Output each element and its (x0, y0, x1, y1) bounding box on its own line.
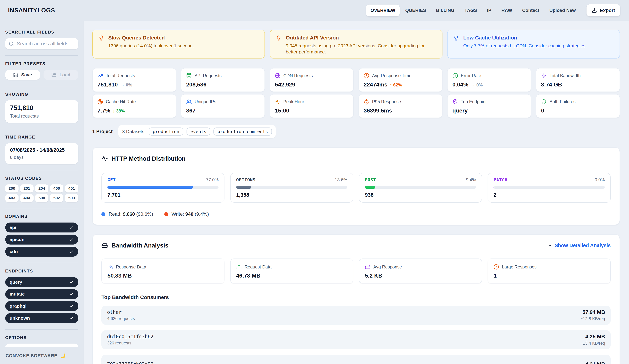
alert-message: 1396 queries (14.0%) took over 1 second. (108, 43, 194, 49)
consumer-size: 4.25 MB (580, 334, 605, 340)
showing-caption: Total requests (10, 113, 73, 119)
domains-section: DOMAINS api apicdn cdn (5, 208, 78, 263)
load-preset-button[interactable]: Load (43, 70, 78, 80)
endpoint-filter-unknown[interactable]: unknown (5, 313, 78, 323)
tab-raw[interactable]: RAW (497, 4, 517, 16)
domain-filter-cdn[interactable]: cdn (5, 247, 78, 257)
method-progress-fill (107, 186, 193, 189)
status-code-404[interactable]: 404 (20, 194, 33, 202)
dataset-chip-events: events (186, 127, 210, 136)
status-code-401[interactable]: 401 (65, 184, 78, 192)
tab-overview[interactable]: OVERVIEW (366, 4, 400, 16)
status-code-503[interactable]: 503 (65, 194, 78, 202)
target-icon (97, 99, 103, 105)
read-write-legend: Read: 9,060 (90.6%) Write: 940 (9.4%) (101, 211, 611, 217)
alert-low-cache: Low Cache Utilization Only 7.7% of reque… (447, 30, 620, 59)
stat-label: Top Endpoint (461, 99, 486, 104)
endpoint-filter-query[interactable]: query (5, 277, 78, 287)
stat-top-endpoint: Top Endpoint query (447, 94, 531, 118)
method-count: 1,358 (236, 192, 347, 198)
bandwidth-panel: Bandwidth Analysis Show Detailed Analysi… (92, 234, 620, 364)
consumers-title: Top Bandwidth Consumers (101, 294, 611, 300)
stat-value: 751,810 (97, 81, 118, 88)
alert-message: 9,045 requests using pre-2023 API versio… (286, 43, 436, 55)
show-detailed-analysis-link[interactable]: Show Detailed Analysis (547, 243, 611, 248)
time-range-caption: 8 days (10, 155, 73, 160)
tab-tags[interactable]: TAGS (460, 4, 481, 16)
stat-delta: → 0% (120, 83, 132, 88)
check-icon (69, 249, 74, 254)
project-count: 1 Project (92, 129, 113, 134)
stat-unique-ips: Unique IPs 867 (181, 94, 265, 118)
method-percentage: 13.6% (335, 177, 347, 182)
stat-value: 542,929 (275, 81, 295, 88)
endpoint-pill-label: mutate (10, 291, 25, 297)
app-header: INSANITYLOGS OVERVIEW QUERIES BILLING TA… (0, 0, 629, 21)
consumer-per-request: ~12.8 KB/req (580, 316, 605, 321)
app-logo: INSANITYLOGS (8, 7, 55, 14)
legend-value: 9,060 (123, 211, 135, 217)
save-preset-button[interactable]: Save (5, 70, 40, 80)
project-datasets-bar: 1 Project 3 Datasets: production events … (92, 125, 620, 138)
status-code-500[interactable]: 500 (35, 194, 48, 202)
alert-banners: Slow Queries Detected 1396 queries (14.0… (92, 30, 620, 59)
tab-contact[interactable]: Contact (518, 4, 544, 16)
stat-delta: ↓ 38% (113, 108, 125, 113)
domain-filter-api[interactable]: api (5, 223, 78, 232)
stat-label: Avg Response Time (372, 73, 411, 78)
stat-p95-response: P95 Response 36899.5ms (358, 94, 443, 118)
time-range-card[interactable]: 07/08/2025 - 14/08/2025 8 days (5, 143, 78, 164)
main-content: Slow Queries Detected 1396 queries (14.0… (84, 21, 629, 364)
stat-label: CDN Requests (283, 73, 313, 78)
endpoint-filter-mutate[interactable]: mutate (5, 289, 78, 299)
method-name: OPTIONS (236, 177, 256, 182)
domain-filter-apicdn[interactable]: apicdn (5, 235, 78, 245)
alert-title: Low Cache Utilization (463, 35, 587, 41)
status-code-403[interactable]: 403 (5, 194, 18, 202)
consumer-name: d6f0c016c1fc3b62 (107, 334, 153, 339)
consumer-per-request: ~13.4 KB/req (580, 341, 605, 346)
search-section: SEARCH ALL FIELDS (5, 30, 78, 56)
tab-ip[interactable]: IP (483, 4, 496, 16)
status-code-400[interactable]: 400 (50, 184, 63, 192)
method-count: 938 (365, 192, 476, 198)
legend-read: Read: 9,060 (90.6%) (101, 211, 153, 217)
endpoint-filter-graphql[interactable]: graphql (5, 301, 78, 311)
legend-pct: (9.4%) (195, 211, 209, 217)
status-code-201[interactable]: 201 (20, 184, 33, 192)
method-progress-fill (365, 186, 375, 189)
status-code-502[interactable]: 502 (50, 194, 63, 202)
legend-value: 940 (185, 211, 193, 217)
method-progress-bar (107, 186, 218, 189)
stat-value: 1 (493, 273, 497, 279)
tab-billing[interactable]: BILLING (432, 4, 459, 16)
chevron-down-icon (547, 243, 553, 248)
options-label: OPTIONS (5, 335, 78, 340)
legend-write-dot (164, 212, 168, 216)
stat-auth-failures: Auth Failures 0 (536, 94, 620, 118)
method-progress-bar (365, 186, 476, 189)
search-input[interactable] (17, 41, 75, 47)
domain-pill-label: cdn (10, 249, 18, 254)
search-input-wrapper[interactable] (5, 38, 78, 49)
stat-label: Large Responses (502, 265, 536, 270)
status-code-200[interactable]: 200 (5, 184, 18, 192)
status-code-204[interactable]: 204 (35, 184, 48, 192)
download-icon (592, 8, 597, 13)
legend-label: Read: (109, 211, 122, 217)
tab-queries[interactable]: QUERIES (401, 4, 430, 16)
activity-icon (275, 99, 281, 105)
lightbulb-icon (453, 35, 459, 41)
tab-upload-new[interactable]: Upload New (545, 4, 580, 16)
stat-error-rate: Error Rate 0.04% → 0% (447, 68, 531, 92)
method-percentage: 9.4% (466, 177, 476, 182)
consumer-requests: 4,626 requests (107, 316, 135, 321)
consumer-size: 57.94 MB (580, 309, 605, 315)
export-button[interactable]: Export (587, 4, 620, 16)
showing-label: SHOWING (5, 92, 78, 97)
export-label: Export (600, 8, 615, 13)
showing-card: 751,810 Total requests (5, 100, 78, 123)
method-progress-fill (236, 186, 251, 189)
status-codes-label: STATUS CODES (5, 176, 78, 181)
domain-pill-label: api (10, 225, 16, 230)
